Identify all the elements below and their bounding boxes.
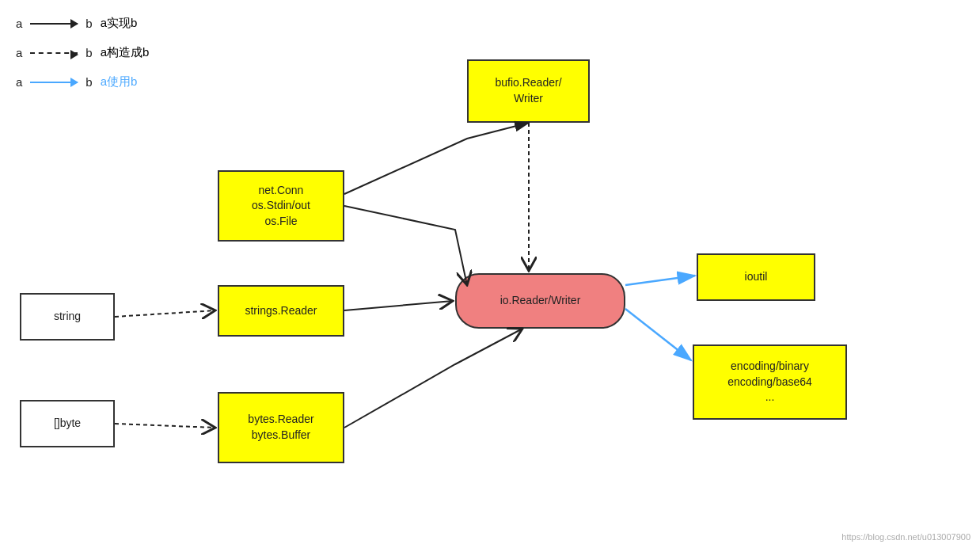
bufio-label: bufio.Reader/ Writer (495, 75, 561, 106)
bufio-box: bufio.Reader/ Writer (467, 59, 590, 123)
legend-a-3: a (16, 75, 22, 89)
ioutil-box: ioutil (697, 253, 815, 301)
blue-arrow-icon (30, 82, 78, 83)
byte-label: []byte (54, 416, 81, 432)
io-label: io.Reader/Writer (500, 293, 581, 309)
byte-box: []byte (20, 400, 115, 447)
svg-line-6 (625, 276, 695, 285)
svg-line-2 (115, 310, 215, 317)
string-box: string (20, 293, 115, 341)
svg-line-3 (115, 424, 215, 428)
encoding-label: encoding/binary encoding/base64 ... (727, 359, 812, 405)
io-box: io.Reader/Writer (455, 273, 625, 329)
legend-solid: a b a实现b (16, 16, 149, 31)
diagram-container: a b a实现b a b a构造成b a b a使用b string []byt… (0, 0, 980, 548)
legend-b-2: b (85, 46, 92, 59)
legend-a-2: a (16, 46, 22, 59)
bytesreader-label: bytes.Reader bytes.Buffer (248, 412, 313, 443)
solid-arrow-icon (30, 23, 78, 25)
svg-line-4 (344, 301, 453, 310)
netconn-box: net.Conn os.Stdin/out os.File (218, 170, 344, 242)
legend-desc-1: a实现b (101, 16, 138, 31)
legend-a-1: a (16, 17, 22, 30)
legend-desc-2: a构造成b (101, 45, 150, 60)
dashed-arrow-icon (30, 52, 78, 54)
legend: a b a实现b a b a构造成b a b a使用b (16, 16, 149, 104)
legend-desc-3: a使用b (101, 74, 138, 89)
string-label: string (54, 309, 81, 325)
bytesreader-box: bytes.Reader bytes.Buffer (218, 392, 344, 463)
legend-b-1: b (85, 17, 92, 30)
encoding-box: encoding/binary encoding/base64 ... (693, 344, 847, 420)
legend-dashed: a b a构造成b (16, 45, 149, 60)
svg-line-7 (625, 309, 691, 360)
watermark: https://blog.csdn.net/u013007900 (841, 532, 971, 542)
stringsreader-box: strings.Reader (218, 285, 344, 337)
netconn-label: net.Conn os.Stdin/out os.File (252, 183, 310, 230)
stringsreader-label: strings.Reader (245, 303, 317, 319)
legend-blue: a b a使用b (16, 74, 149, 89)
ioutil-label: ioutil (745, 269, 768, 285)
legend-b-3: b (85, 75, 92, 89)
